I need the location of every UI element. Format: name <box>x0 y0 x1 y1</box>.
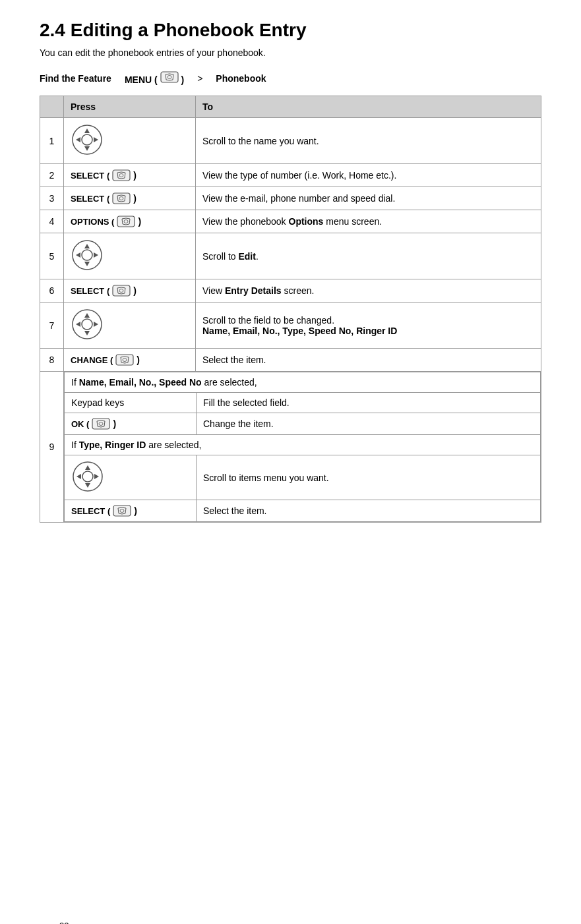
sub-row-header1: If Name, Email, No., Speed No are select… <box>65 372 541 393</box>
row-num-4: 4 <box>40 210 64 233</box>
table-row: 5 Scroll to Edit. <box>40 233 541 279</box>
select-suffix-6: ) <box>133 285 137 296</box>
to-cell-8: Select the item. <box>196 349 541 372</box>
name-email-bold: Name, Email, No., Speed No <box>79 377 202 388</box>
ok-suffix: ) <box>113 419 116 429</box>
sub-row-select9: SELECT ( ) Select the item. <box>65 500 541 522</box>
header-to: To <box>196 96 541 118</box>
select-button-row-9: SELECT ( ) <box>71 505 189 517</box>
ok-to: Change the item. <box>197 413 541 435</box>
page-subtitle: You can edit the phonebook entries of yo… <box>40 47 541 58</box>
press-cell-3: SELECT ( ) <box>64 187 196 210</box>
change-label: CHANGE ( <box>71 355 113 365</box>
select-press-9: SELECT ( ) <box>65 500 197 522</box>
ok-press: OK ( ) <box>65 413 197 435</box>
press-cell-1 <box>64 118 196 164</box>
page-title: 2.4 Editing a Phonebook Entry <box>40 20 541 41</box>
to-cell-5: Scroll to Edit. <box>196 233 541 279</box>
sub-header-2: If Type, Ringer ID are selected, <box>65 435 541 455</box>
press-cell-4: OPTIONS ( ) <box>64 210 196 233</box>
select-phone-icon-3 <box>112 192 131 204</box>
to-cell-3: View the e-mail, phone number and speed … <box>196 187 541 210</box>
to-cell-4: View the phonebook Options menu screen. <box>196 210 541 233</box>
table-row: 4 OPTIONS ( ) View the phonebook Options… <box>40 210 541 233</box>
table-row: 1 Scroll to the name you want. <box>40 118 541 164</box>
sub-row-header2: If Type, Ringer ID are selected, <box>65 435 541 455</box>
select-label-3: SELECT ( <box>71 194 109 204</box>
options-label: OPTIONS ( <box>71 217 114 227</box>
ok-button-row: OK ( ) <box>71 418 189 430</box>
button-row: SELECT ( ) <box>71 192 189 204</box>
change-suffix: ) <box>137 355 140 365</box>
select-suffix-2: ) <box>133 170 137 181</box>
row-num-1: 1 <box>40 118 64 164</box>
select-phone-icon-6 <box>112 285 131 297</box>
keypad-to: Fill the selected field. <box>197 393 541 413</box>
scroll-press-9 <box>65 455 197 500</box>
options-bold: Options <box>289 216 324 227</box>
select-label-2: SELECT ( <box>71 171 109 181</box>
menu-label: MENU ( ) <box>125 71 184 85</box>
header-num <box>40 96 64 118</box>
options-phone-icon <box>117 216 135 227</box>
table-row: 2 SELECT ( ) View the type of number (i.… <box>40 164 541 187</box>
select-suffix-3: ) <box>133 193 137 204</box>
table-row: 3 SELECT ( ) View the e-mail, phone numb… <box>40 187 541 210</box>
sub-table-9: If Name, Email, No., Speed No are select… <box>64 372 541 522</box>
edit-bold: Edit <box>238 251 255 262</box>
find-feature-row: Find the Feature MENU ( ) > Phonebook <box>40 71 541 85</box>
table-row: 8 CHANGE ( ) Select the item. <box>40 349 541 372</box>
button-row: SELECT ( ) <box>71 169 189 181</box>
scroll-wheel-icon-9 <box>71 460 104 493</box>
page-number: 32 <box>59 921 69 924</box>
select-label-9: SELECT ( <box>71 506 110 516</box>
row-num-3: 3 <box>40 187 64 210</box>
scroll-wheel-icon-1 <box>71 123 104 156</box>
press-cell-7 <box>64 303 196 349</box>
press-cell-5 <box>64 233 196 279</box>
table-row: 7 Scroll to the field to be changed. Nam… <box>40 303 541 349</box>
sub-row-scroll: Scroll to items menu you want. <box>65 455 541 500</box>
button-row: CHANGE ( ) <box>71 354 189 366</box>
select-label-6: SELECT ( <box>71 286 109 296</box>
find-feature-label: Find the Feature <box>40 73 111 84</box>
to-cell-6: View Entry Details screen. <box>196 279 541 303</box>
row-num-8: 8 <box>40 349 64 372</box>
press-cell-2: SELECT ( ) <box>64 164 196 187</box>
ok-phone-icon <box>92 418 110 430</box>
row-num-7: 7 <box>40 303 64 349</box>
select-to-9: Select the item. <box>197 500 541 522</box>
row7-line1: Scroll to the field to be changed. <box>202 315 334 326</box>
header-press: Press <box>64 96 196 118</box>
table-row: 6 SELECT ( ) View Entry Details screen. <box>40 279 541 303</box>
press-cell-8: CHANGE ( ) <box>64 349 196 372</box>
entry-details-bold: Entry Details <box>225 285 282 296</box>
row7-line2: Name, Email, No., Type, Speed No, Ringer… <box>202 326 397 336</box>
change-phone-icon <box>115 354 134 366</box>
type-ringer-bold: Type, Ringer ID <box>79 440 146 450</box>
select-phone-icon-9 <box>113 505 131 517</box>
scroll-to-9: Scroll to items menu you want. <box>197 455 541 500</box>
sub-header-1: If Name, Email, No., Speed No are select… <box>65 372 541 393</box>
scroll-wheel-icon-5 <box>71 239 104 272</box>
row-num-6: 6 <box>40 279 64 303</box>
menu-phone-icon <box>160 71 179 83</box>
keypad-press: Keypad keys <box>65 393 197 413</box>
ok-label: OK ( <box>71 419 89 429</box>
to-cell-2: View the type of number (i.e. Work, Home… <box>196 164 541 187</box>
instructions-table: Press To 1 Scroll to the name you want. … <box>40 96 541 523</box>
phonebook-label: Phonebook <box>216 73 266 84</box>
sub-row-keypad: Keypad keys Fill the selected field. <box>65 393 541 413</box>
table-row-9: 9 If Name, Email, No., Speed No are sele… <box>40 372 541 523</box>
options-suffix: ) <box>138 216 141 227</box>
to-cell-7: Scroll to the field to be changed. Name,… <box>196 303 541 349</box>
button-row: OPTIONS ( ) <box>71 216 189 227</box>
scroll-wheel-icon-7 <box>71 308 104 341</box>
to-cell-1: Scroll to the name you want. <box>196 118 541 164</box>
row-num-5: 5 <box>40 233 64 279</box>
select-phone-icon-2 <box>112 169 131 181</box>
row-num-2: 2 <box>40 164 64 187</box>
press-cell-6: SELECT ( ) <box>64 279 196 303</box>
row-num-9: 9 <box>40 372 64 523</box>
select-suffix-9: ) <box>134 505 137 516</box>
